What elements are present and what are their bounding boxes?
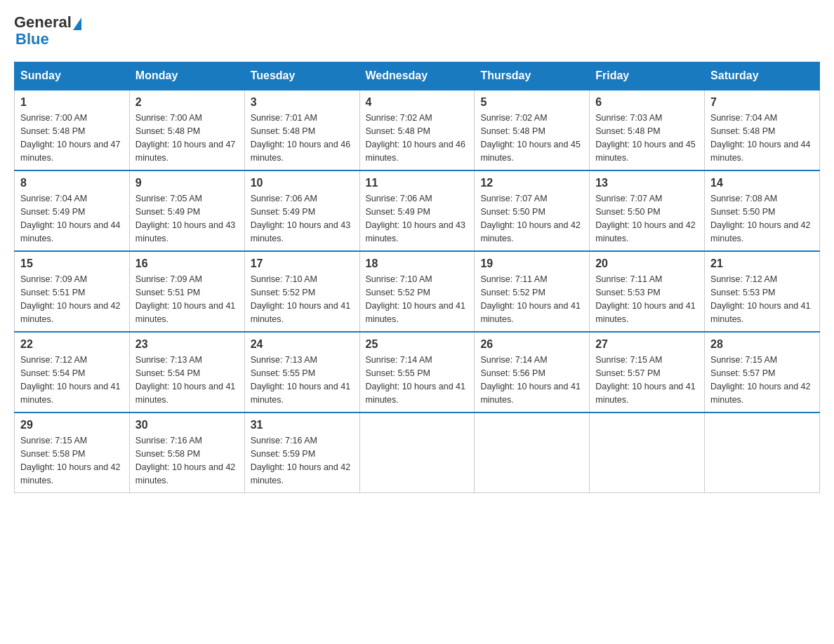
day-info: Sunrise: 7:01 AM Sunset: 5:48 PM Dayligh… bbox=[251, 112, 354, 164]
day-cell-8: 8 Sunrise: 7:04 AM Sunset: 5:49 PM Dayli… bbox=[15, 170, 130, 251]
day-cell-18: 18 Sunrise: 7:10 AM Sunset: 5:52 PM Dayl… bbox=[359, 251, 475, 332]
day-cell-3: 3 Sunrise: 7:01 AM Sunset: 5:48 PM Dayli… bbox=[244, 90, 359, 170]
day-cell-9: 9 Sunrise: 7:05 AM Sunset: 5:49 PM Dayli… bbox=[129, 170, 244, 251]
day-info: Sunrise: 7:07 AM Sunset: 5:50 PM Dayligh… bbox=[595, 192, 699, 245]
logo: General Blue bbox=[14, 14, 81, 48]
day-number: 18 bbox=[366, 257, 469, 270]
day-cell-24: 24 Sunrise: 7:13 AM Sunset: 5:55 PM Dayl… bbox=[244, 332, 359, 412]
calendar-table: SundayMondayTuesdayWednesdayThursdayFrid… bbox=[14, 62, 820, 493]
day-number: 24 bbox=[251, 338, 354, 351]
day-number: 31 bbox=[251, 419, 354, 431]
week-row-1: 1 Sunrise: 7:00 AM Sunset: 5:48 PM Dayli… bbox=[15, 90, 820, 170]
week-row-4: 22 Sunrise: 7:12 AM Sunset: 5:54 PM Dayl… bbox=[15, 332, 820, 412]
day-info: Sunrise: 7:04 AM Sunset: 5:49 PM Dayligh… bbox=[20, 192, 124, 245]
day-cell-29: 29 Sunrise: 7:15 AM Sunset: 5:58 PM Dayl… bbox=[15, 412, 130, 493]
day-cell-17: 17 Sunrise: 7:10 AM Sunset: 5:52 PM Dayl… bbox=[244, 251, 359, 332]
day-number: 21 bbox=[710, 257, 814, 270]
day-cell-11: 11 Sunrise: 7:06 AM Sunset: 5:49 PM Dayl… bbox=[359, 170, 475, 251]
day-number: 6 bbox=[595, 96, 699, 109]
weekday-header-saturday: Saturday bbox=[705, 62, 820, 90]
day-cell-10: 10 Sunrise: 7:06 AM Sunset: 5:49 PM Dayl… bbox=[244, 170, 359, 251]
week-row-5: 29 Sunrise: 7:15 AM Sunset: 5:58 PM Dayl… bbox=[15, 412, 820, 493]
logo-text-blue: Blue bbox=[15, 31, 49, 48]
day-cell-27: 27 Sunrise: 7:15 AM Sunset: 5:57 PM Dayl… bbox=[590, 332, 705, 412]
day-info: Sunrise: 7:10 AM Sunset: 5:52 PM Dayligh… bbox=[366, 273, 469, 326]
day-cell-13: 13 Sunrise: 7:07 AM Sunset: 5:50 PM Dayl… bbox=[590, 170, 705, 251]
day-info: Sunrise: 7:08 AM Sunset: 5:50 PM Dayligh… bbox=[710, 192, 814, 245]
weekday-header-sunday: Sunday bbox=[15, 62, 130, 90]
day-number: 25 bbox=[366, 338, 469, 351]
day-info: Sunrise: 7:09 AM Sunset: 5:51 PM Dayligh… bbox=[135, 273, 239, 326]
day-number: 8 bbox=[20, 177, 124, 189]
day-info: Sunrise: 7:14 AM Sunset: 5:56 PM Dayligh… bbox=[480, 354, 583, 406]
day-info: Sunrise: 7:00 AM Sunset: 5:48 PM Dayligh… bbox=[20, 112, 124, 164]
day-cell-7: 7 Sunrise: 7:04 AM Sunset: 5:48 PM Dayli… bbox=[705, 90, 820, 170]
day-number: 5 bbox=[480, 96, 583, 109]
day-cell-19: 19 Sunrise: 7:11 AM Sunset: 5:52 PM Dayl… bbox=[475, 251, 590, 332]
day-cell-15: 15 Sunrise: 7:09 AM Sunset: 5:51 PM Dayl… bbox=[15, 251, 130, 332]
empty-cell bbox=[705, 412, 820, 493]
week-row-3: 15 Sunrise: 7:09 AM Sunset: 5:51 PM Dayl… bbox=[15, 251, 820, 332]
weekday-header-friday: Friday bbox=[590, 62, 705, 90]
day-info: Sunrise: 7:15 AM Sunset: 5:57 PM Dayligh… bbox=[595, 354, 699, 406]
day-cell-2: 2 Sunrise: 7:00 AM Sunset: 5:48 PM Dayli… bbox=[129, 90, 244, 170]
day-info: Sunrise: 7:04 AM Sunset: 5:48 PM Dayligh… bbox=[710, 112, 814, 164]
day-cell-12: 12 Sunrise: 7:07 AM Sunset: 5:50 PM Dayl… bbox=[475, 170, 590, 251]
day-number: 4 bbox=[366, 96, 469, 109]
day-info: Sunrise: 7:06 AM Sunset: 5:49 PM Dayligh… bbox=[251, 192, 354, 245]
day-info: Sunrise: 7:15 AM Sunset: 5:58 PM Dayligh… bbox=[20, 434, 124, 487]
weekday-header-wednesday: Wednesday bbox=[359, 62, 475, 90]
day-cell-5: 5 Sunrise: 7:02 AM Sunset: 5:48 PM Dayli… bbox=[475, 90, 590, 170]
day-info: Sunrise: 7:12 AM Sunset: 5:53 PM Dayligh… bbox=[710, 273, 814, 326]
day-number: 13 bbox=[595, 177, 699, 189]
day-number: 22 bbox=[20, 338, 124, 351]
day-cell-16: 16 Sunrise: 7:09 AM Sunset: 5:51 PM Dayl… bbox=[129, 251, 244, 332]
day-number: 1 bbox=[20, 96, 124, 109]
day-number: 15 bbox=[20, 257, 124, 270]
day-cell-26: 26 Sunrise: 7:14 AM Sunset: 5:56 PM Dayl… bbox=[475, 332, 590, 412]
day-number: 23 bbox=[135, 338, 239, 351]
day-info: Sunrise: 7:12 AM Sunset: 5:54 PM Dayligh… bbox=[20, 354, 124, 406]
day-cell-31: 31 Sunrise: 7:16 AM Sunset: 5:59 PM Dayl… bbox=[244, 412, 359, 493]
empty-cell bbox=[475, 412, 590, 493]
day-info: Sunrise: 7:10 AM Sunset: 5:52 PM Dayligh… bbox=[251, 273, 354, 326]
day-number: 26 bbox=[480, 338, 583, 351]
day-number: 2 bbox=[135, 96, 239, 109]
day-cell-6: 6 Sunrise: 7:03 AM Sunset: 5:48 PM Dayli… bbox=[590, 90, 705, 170]
day-info: Sunrise: 7:05 AM Sunset: 5:49 PM Dayligh… bbox=[135, 192, 239, 245]
logo-text-general: General bbox=[14, 14, 72, 31]
weekday-header-tuesday: Tuesday bbox=[244, 62, 359, 90]
day-number: 19 bbox=[480, 257, 583, 270]
day-info: Sunrise: 7:00 AM Sunset: 5:48 PM Dayligh… bbox=[135, 112, 239, 164]
day-number: 12 bbox=[480, 177, 583, 189]
day-info: Sunrise: 7:02 AM Sunset: 5:48 PM Dayligh… bbox=[480, 112, 583, 164]
day-cell-1: 1 Sunrise: 7:00 AM Sunset: 5:48 PM Dayli… bbox=[15, 90, 130, 170]
page-header: General Blue bbox=[14, 14, 820, 48]
day-info: Sunrise: 7:14 AM Sunset: 5:55 PM Dayligh… bbox=[366, 354, 469, 406]
day-info: Sunrise: 7:06 AM Sunset: 5:49 PM Dayligh… bbox=[366, 192, 469, 245]
day-info: Sunrise: 7:03 AM Sunset: 5:48 PM Dayligh… bbox=[595, 112, 699, 164]
day-cell-30: 30 Sunrise: 7:16 AM Sunset: 5:58 PM Dayl… bbox=[129, 412, 244, 493]
day-number: 20 bbox=[595, 257, 699, 270]
week-row-2: 8 Sunrise: 7:04 AM Sunset: 5:49 PM Dayli… bbox=[15, 170, 820, 251]
day-number: 28 bbox=[710, 338, 814, 351]
day-cell-21: 21 Sunrise: 7:12 AM Sunset: 5:53 PM Dayl… bbox=[705, 251, 820, 332]
day-cell-22: 22 Sunrise: 7:12 AM Sunset: 5:54 PM Dayl… bbox=[15, 332, 130, 412]
day-cell-4: 4 Sunrise: 7:02 AM Sunset: 5:48 PM Dayli… bbox=[359, 90, 475, 170]
day-number: 7 bbox=[710, 96, 814, 109]
day-info: Sunrise: 7:11 AM Sunset: 5:52 PM Dayligh… bbox=[480, 273, 583, 326]
day-number: 10 bbox=[251, 177, 354, 189]
day-info: Sunrise: 7:02 AM Sunset: 5:48 PM Dayligh… bbox=[366, 112, 469, 164]
day-info: Sunrise: 7:13 AM Sunset: 5:55 PM Dayligh… bbox=[251, 354, 354, 406]
day-number: 17 bbox=[251, 257, 354, 270]
day-number: 11 bbox=[366, 177, 469, 189]
day-info: Sunrise: 7:11 AM Sunset: 5:53 PM Dayligh… bbox=[595, 273, 699, 326]
empty-cell bbox=[590, 412, 705, 493]
weekday-header-row: SundayMondayTuesdayWednesdayThursdayFrid… bbox=[15, 62, 820, 90]
day-number: 16 bbox=[135, 257, 239, 270]
day-info: Sunrise: 7:15 AM Sunset: 5:57 PM Dayligh… bbox=[710, 354, 814, 406]
day-number: 3 bbox=[251, 96, 354, 109]
day-info: Sunrise: 7:09 AM Sunset: 5:51 PM Dayligh… bbox=[20, 273, 124, 326]
day-cell-14: 14 Sunrise: 7:08 AM Sunset: 5:50 PM Dayl… bbox=[705, 170, 820, 251]
weekday-header-thursday: Thursday bbox=[475, 62, 590, 90]
